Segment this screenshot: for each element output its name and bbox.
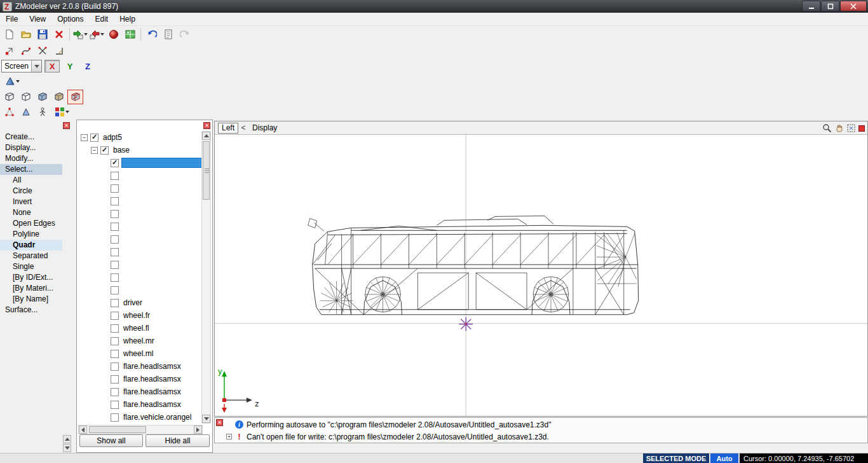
- tree-expander-icon[interactable]: [91, 147, 98, 154]
- close-button[interactable]: [840, 1, 867, 11]
- viewport[interactable]: Left < Display: [214, 121, 868, 417]
- tree-node[interactable]: [78, 207, 203, 220]
- menu-item[interactable]: Help: [114, 13, 141, 26]
- log-line[interactable]: i ! Performing autosave to "c:\program f…: [226, 418, 866, 431]
- tree-node[interactable]: flare.headlsamsx: [78, 360, 203, 373]
- tree-node[interactable]: wheel.ml: [78, 347, 203, 360]
- tree-hscrollbar-thumb[interactable]: [89, 426, 146, 433]
- tree-node-checkbox[interactable]: [111, 286, 119, 294]
- view-solid-button[interactable]: [34, 90, 50, 104]
- axis-y-button[interactable]: Y: [62, 60, 78, 73]
- command-item[interactable]: Single: [0, 261, 62, 272]
- command-scroll-down-button[interactable]: [63, 444, 71, 452]
- menu-item[interactable]: File: [0, 13, 24, 26]
- maximize-button[interactable]: [821, 1, 839, 11]
- tree-node-checkbox[interactable]: [111, 363, 119, 371]
- command-item[interactable]: [By Materi...: [0, 283, 62, 294]
- command-item[interactable]: [By ID/Ext...: [0, 272, 62, 283]
- tree-node-checkbox[interactable]: [111, 235, 119, 244]
- tree-node-checkbox[interactable]: [111, 172, 119, 180]
- tree-node[interactable]: [78, 156, 203, 169]
- tree-node-checkbox[interactable]: [111, 273, 119, 282]
- measure-button[interactable]: [51, 44, 67, 59]
- vertices-level-button[interactable]: [1, 105, 17, 120]
- tree-node-checkbox[interactable]: [111, 337, 119, 345]
- log-panel-close-button[interactable]: [216, 419, 223, 426]
- command-item[interactable]: Circle: [0, 186, 62, 197]
- view-textured-button[interactable]: [51, 90, 67, 104]
- tree-node[interactable]: [78, 195, 203, 207]
- tree-scrollbar-thumb[interactable]: [203, 141, 210, 200]
- title-bar[interactable]: Z ZModeler ver 2.0.8 (Build 897): [0, 0, 868, 13]
- tree-node-checkbox[interactable]: [111, 375, 119, 384]
- tree-node-checkbox[interactable]: [90, 134, 98, 142]
- log-expander-icon[interactable]: [226, 434, 232, 439]
- tree-node[interactable]: [78, 233, 203, 245]
- tree-node-checkbox[interactable]: [111, 223, 119, 231]
- undo-button[interactable]: [144, 27, 159, 42]
- command-item[interactable]: Modify...: [0, 153, 62, 164]
- command-item[interactable]: Polyline: [0, 229, 62, 240]
- view-selector-button[interactable]: Left: [218, 123, 238, 134]
- tree-node[interactable]: [78, 245, 203, 258]
- command-item[interactable]: Select...: [0, 164, 62, 175]
- tree-vertical-scrollbar[interactable]: [201, 131, 211, 424]
- command-item[interactable]: Display...: [0, 142, 62, 153]
- tree-node[interactable]: [78, 271, 203, 284]
- tree-node[interactable]: flare.headlsamsx: [78, 385, 203, 398]
- command-panel-close-button[interactable]: [63, 122, 70, 129]
- redo-button[interactable]: [177, 27, 193, 42]
- tree-node-checkbox[interactable]: [111, 299, 119, 307]
- tree-node[interactable]: [78, 169, 203, 182]
- tree-node-checkbox[interactable]: [111, 388, 119, 396]
- pan-hand-icon[interactable]: [834, 123, 844, 133]
- tree-node[interactable]: base: [78, 144, 203, 156]
- tree-scroll-down-button[interactable]: [202, 415, 210, 423]
- tree-node-checkbox[interactable]: [111, 350, 119, 358]
- tree-node-checkbox[interactable]: [111, 210, 119, 218]
- manipulator-button[interactable]: [1, 44, 17, 59]
- texture-browser-button[interactable]: [122, 27, 138, 42]
- tree-node-checkbox[interactable]: [111, 184, 119, 193]
- tree-scroll-right-button[interactable]: [194, 425, 202, 434]
- log-document-button[interactable]: [160, 27, 176, 42]
- tree-node-checkbox[interactable]: [111, 261, 119, 269]
- delete-button[interactable]: [51, 27, 67, 42]
- coordinate-space-dropdown[interactable]: Screen: [1, 60, 42, 73]
- tree-node[interactable]: [78, 182, 203, 195]
- command-item[interactable]: Invert: [0, 197, 62, 207]
- tree-node[interactable]: wheel.mr: [78, 335, 203, 347]
- tree-node-checkbox[interactable]: [111, 197, 119, 205]
- tree-node[interactable]: wheel.fr: [78, 309, 203, 322]
- command-item[interactable]: [By Name]: [0, 294, 62, 305]
- minimize-button[interactable]: [802, 1, 820, 11]
- tree-node-checkbox[interactable]: [111, 312, 119, 320]
- tree-horizontal-scrollbar[interactable]: [78, 425, 203, 434]
- tree-node[interactable]: flare.headlsamsx: [78, 398, 203, 411]
- command-item[interactable]: Create...: [0, 132, 62, 142]
- command-item[interactable]: Surface...: [0, 305, 62, 315]
- tree-node-checkbox[interactable]: [111, 324, 119, 333]
- import-button[interactable]: [72, 27, 88, 42]
- tree-node-checkbox[interactable]: [100, 146, 109, 155]
- status-auto-toggle[interactable]: Auto: [710, 453, 738, 463]
- tree-expander-icon[interactable]: [81, 134, 88, 141]
- tree-scroll-up-button[interactable]: [202, 132, 210, 140]
- view-wire-button[interactable]: [1, 90, 17, 104]
- materials-palette-button[interactable]: [51, 105, 72, 120]
- tree-node[interactable]: [78, 220, 203, 233]
- tree-node[interactable]: driver: [78, 296, 203, 309]
- polygons-level-button[interactable]: [18, 105, 34, 120]
- tree-node-checkbox[interactable]: [111, 401, 119, 409]
- viewport-back-button[interactable]: <: [238, 123, 248, 134]
- tree-node[interactable]: flare.headlsamsx: [78, 373, 203, 385]
- axis-z-button[interactable]: Z: [80, 60, 95, 73]
- command-scroll-up-button[interactable]: [63, 435, 71, 443]
- zoom-extents-icon[interactable]: [846, 123, 856, 133]
- tree-node[interactable]: [78, 258, 203, 271]
- axis-x-button[interactable]: X: [44, 60, 60, 73]
- viewport-maximize-toggle[interactable]: [858, 125, 865, 132]
- zoom-icon[interactable]: [822, 123, 832, 133]
- tree-node[interactable]: flare.vehicle.orangel: [78, 411, 203, 424]
- detach-button[interactable]: [34, 44, 50, 59]
